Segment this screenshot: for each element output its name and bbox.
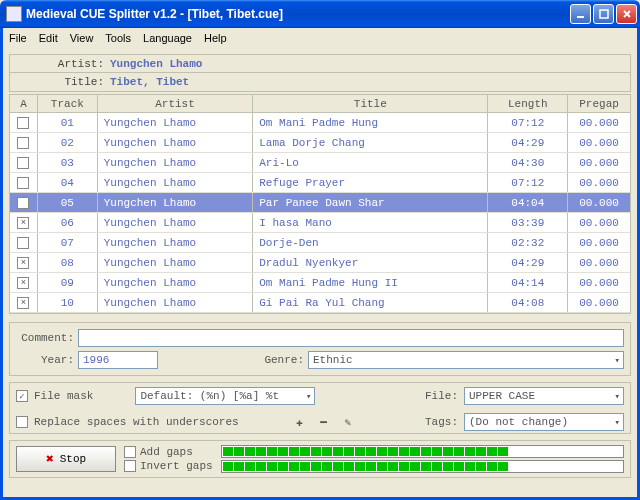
progress-bar-2 (221, 460, 624, 473)
table-row[interactable]: 04Yungchen LhamoRefuge Prayer07:1200.000 (10, 173, 630, 193)
minimize-button[interactable] (570, 4, 591, 24)
cell-pregap: 00.000 (568, 293, 630, 312)
menu-view[interactable]: View (70, 32, 94, 44)
cell-track: 03 (38, 153, 98, 172)
header-length[interactable]: Length (488, 95, 568, 112)
cell-track: 06 (38, 213, 98, 232)
bottom-panel: ✖ Stop Add gaps Invert gaps (9, 440, 631, 478)
comment-input[interactable] (78, 329, 624, 347)
cell-artist: Yungchen Lhamo (98, 213, 253, 232)
cell-title: Dorje-Den (253, 233, 488, 252)
cell-pregap: 00.000 (568, 273, 630, 292)
table-row[interactable]: 02Yungchen LhamoLama Dorje Chang04:2900.… (10, 133, 630, 153)
row-checkbox[interactable] (17, 117, 29, 129)
cell-track: 02 (38, 133, 98, 152)
replace-label: Replace spaces with underscores (34, 416, 239, 428)
cell-title: Gi Pai Ra Yul Chang (253, 293, 488, 312)
cell-length: 03:39 (488, 213, 568, 232)
row-checkbox[interactable] (17, 137, 29, 149)
cell-length: 07:12 (488, 173, 568, 192)
cell-pregap: 00.000 (568, 233, 630, 252)
cell-pregap: 00.000 (568, 193, 630, 212)
row-checkbox[interactable] (17, 237, 29, 249)
menu-language[interactable]: Language (143, 32, 192, 44)
genre-label: Genre: (256, 354, 304, 366)
row-checkbox[interactable]: × (17, 297, 29, 309)
cell-title: Om Mani Padme Hung (253, 113, 488, 132)
replace-checkbox[interactable] (16, 416, 28, 428)
cell-artist: Yungchen Lhamo (98, 133, 253, 152)
title-label: Title: (10, 76, 110, 88)
cell-pregap: 00.000 (568, 253, 630, 272)
cell-title: Refuge Prayer (253, 173, 488, 192)
addgaps-label: Add gaps (140, 446, 193, 458)
menu-help[interactable]: Help (204, 32, 227, 44)
artist-value: Yungchen Lhamo (110, 58, 202, 70)
file-combo[interactable]: UPPER CASE (464, 387, 624, 405)
filemask-label: File mask (34, 390, 93, 402)
title-value: Tibet, Tibet (110, 76, 189, 88)
header-track[interactable]: Track (38, 95, 98, 112)
cell-pregap: 00.000 (568, 113, 630, 132)
table-row[interactable]: ×09Yungchen LhamoOm Mani Padme Hung II04… (10, 273, 630, 293)
window-title: Medieval CUE Splitter v1.2 - [Tibet, Tib… (26, 7, 570, 21)
add-icon[interactable]: ✚ (291, 413, 309, 431)
tags-label: Tags: (425, 416, 458, 428)
meta-header: Artist: Yungchen Lhamo Title: Tibet, Tib… (9, 54, 631, 92)
table-row[interactable]: ×08Yungchen LhamoDradul Nyenkyer04:2900.… (10, 253, 630, 273)
remove-icon[interactable]: ━ (315, 413, 333, 431)
cell-track: 09 (38, 273, 98, 292)
invertgaps-label: Invert gaps (140, 460, 213, 472)
row-checkbox[interactable] (17, 197, 29, 209)
cell-track: 08 (38, 253, 98, 272)
table-row[interactable]: 07Yungchen LhamoDorje-Den02:3200.000 (10, 233, 630, 253)
table-row[interactable]: 01Yungchen LhamoOm Mani Padme Hung07:120… (10, 113, 630, 133)
filemask-checkbox[interactable]: ✓ (16, 390, 28, 402)
cell-title: Dradul Nyenkyer (253, 253, 488, 272)
titlebar[interactable]: Medieval CUE Splitter v1.2 - [Tibet, Tib… (0, 0, 640, 28)
tags-combo[interactable]: (Do not change) (464, 413, 624, 431)
addgaps-checkbox[interactable] (124, 446, 136, 458)
header-pregap[interactable]: Pregap (568, 95, 630, 112)
header-artist[interactable]: Artist (98, 95, 253, 112)
menu-edit[interactable]: Edit (39, 32, 58, 44)
row-checkbox[interactable]: × (17, 217, 29, 229)
cell-track: 04 (38, 173, 98, 192)
cell-length: 04:29 (488, 253, 568, 272)
close-button[interactable] (616, 4, 637, 24)
cell-length: 02:32 (488, 233, 568, 252)
cell-artist: Yungchen Lhamo (98, 273, 253, 292)
row-checkbox[interactable] (17, 157, 29, 169)
menu-file[interactable]: File (9, 32, 27, 44)
cell-track: 01 (38, 113, 98, 132)
table-row[interactable]: ×10Yungchen LhamoGi Pai Ra Yul Chang04:0… (10, 293, 630, 313)
cell-length: 04:04 (488, 193, 568, 212)
cell-pregap: 00.000 (568, 153, 630, 172)
maximize-button[interactable] (593, 4, 614, 24)
stop-button[interactable]: ✖ Stop (16, 446, 116, 472)
header-a[interactable]: A (10, 95, 38, 112)
options-panel: ✓ File mask Default: (%n) [%a] %t File: … (9, 382, 631, 434)
header-title[interactable]: Title (253, 95, 488, 112)
filemask-combo[interactable]: Default: (%n) [%a] %t (135, 387, 315, 405)
cell-pregap: 00.000 (568, 133, 630, 152)
cell-length: 04:29 (488, 133, 568, 152)
cell-title: Ari-Lo (253, 153, 488, 172)
file-label: File: (425, 390, 458, 402)
row-checkbox[interactable] (17, 177, 29, 189)
table-row[interactable]: 05Yungchen LhamoPar Panee Dawn Shar04:04… (10, 193, 630, 213)
menu-tools[interactable]: Tools (105, 32, 131, 44)
row-checkbox[interactable]: × (17, 277, 29, 289)
cell-length: 04:08 (488, 293, 568, 312)
table-row[interactable]: ×06Yungchen LhamoI hasa Mano03:3900.000 (10, 213, 630, 233)
edit-icon[interactable]: ✎ (339, 413, 357, 431)
genre-combo[interactable]: Ethnic (308, 351, 624, 369)
year-label: Year: (16, 354, 74, 366)
cell-track: 07 (38, 233, 98, 252)
year-input[interactable] (78, 351, 158, 369)
invertgaps-checkbox[interactable] (124, 460, 136, 472)
cell-artist: Yungchen Lhamo (98, 233, 253, 252)
row-checkbox[interactable]: × (17, 257, 29, 269)
cell-pregap: 00.000 (568, 213, 630, 232)
table-row[interactable]: 03Yungchen LhamoAri-Lo04:3000.000 (10, 153, 630, 173)
